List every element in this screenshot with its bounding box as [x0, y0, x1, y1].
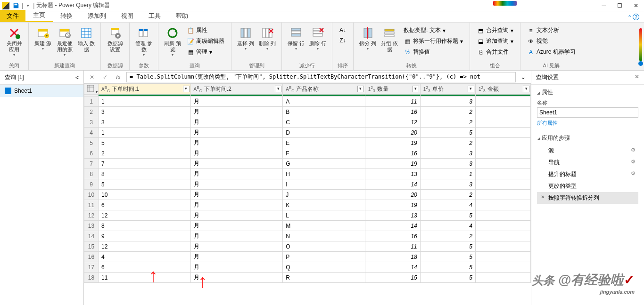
cell[interactable]: 月 [190, 231, 283, 241]
cell[interactable]: 2 [420, 107, 475, 117]
cell[interactable]: 1 [99, 128, 191, 138]
cell[interactable]: 11 [365, 241, 420, 252]
cell[interactable]: 4 [420, 200, 475, 210]
column-filter-button[interactable]: ▾ [413, 86, 419, 92]
cell[interactable]: K [283, 200, 365, 210]
row-header[interactable]: 7 [84, 159, 99, 169]
properties-item[interactable]: 📋属性 [185, 25, 226, 35]
cell[interactable]: 5 [420, 262, 475, 273]
manage-params-button[interactable]: 管理 参数▾ [133, 24, 154, 58]
cell[interactable]: 月 [190, 96, 283, 107]
column-header[interactable]: ABC产品名称▾ [283, 84, 365, 95]
column-header[interactable]: 123金额▾ [475, 84, 530, 95]
headers-item[interactable]: ▦将第一行用作标题 ▾ [402, 36, 465, 46]
recent-sources-button[interactable]: 最近使 用的源▾ [54, 24, 75, 58]
cell[interactable]: 8 [99, 169, 191, 179]
cell[interactable]: E [283, 138, 365, 148]
column-filter-button[interactable]: ▾ [275, 86, 281, 92]
row-header[interactable]: 9 [84, 179, 99, 190]
row-header[interactable]: 11 [84, 200, 99, 210]
minimize-button[interactable]: ─ [602, 2, 606, 9]
merge-queries-item[interactable]: ⬒合并查询 ▾ [475, 25, 515, 35]
step-settings-icon[interactable]: ⚙ [631, 147, 636, 153]
applied-step[interactable]: 提升的标题⚙ [537, 169, 638, 180]
step-settings-icon[interactable]: ⚙ [631, 159, 636, 165]
remove-rows-button[interactable]: 删除 行▾ [307, 24, 328, 52]
cell[interactable] [475, 262, 530, 273]
cell[interactable]: 5 [420, 210, 475, 221]
cell[interactable]: 15 [365, 273, 420, 283]
cancel-formula-button[interactable]: ✕ [87, 72, 97, 82]
cell[interactable]: 14 [365, 179, 420, 190]
cell[interactable]: 16 [365, 231, 420, 241]
cell[interactable] [475, 169, 530, 179]
row-header[interactable]: 15 [84, 241, 99, 252]
cell[interactable]: 3 [99, 107, 191, 117]
cell[interactable] [475, 252, 530, 262]
cell[interactable]: N [283, 231, 365, 241]
ribbon-tab[interactable]: 转换 [53, 10, 80, 22]
fx-icon[interactable]: fx [113, 72, 124, 82]
cell[interactable] [475, 221, 530, 231]
ribbon-tab[interactable]: 视图 [114, 10, 141, 22]
replace-item[interactable]: ½替换值 [402, 47, 465, 57]
cell[interactable]: 16 [365, 107, 420, 117]
close-button[interactable]: ✕ [634, 2, 638, 9]
enter-data-button[interactable]: 输入 数据 [76, 24, 97, 54]
cell[interactable]: 2 [420, 117, 475, 128]
cell[interactable]: F [283, 148, 365, 159]
cell[interactable] [475, 117, 530, 128]
cell[interactable] [475, 231, 530, 241]
cell[interactable]: 14 [365, 221, 420, 231]
row-header[interactable]: 4 [84, 128, 99, 138]
cell[interactable]: 月 [190, 138, 283, 148]
file-tab[interactable]: 文件 [0, 10, 25, 22]
cell[interactable]: 2 [420, 231, 475, 241]
cell[interactable]: 月 [190, 241, 283, 252]
formula-input[interactable] [126, 72, 516, 82]
cell[interactable]: L [283, 210, 365, 221]
cell[interactable]: 1 [420, 169, 475, 179]
cell[interactable]: 3 [420, 159, 475, 169]
cell[interactable]: C [283, 117, 365, 128]
ribbon-tab[interactable]: 工具 [141, 10, 168, 22]
cell[interactable]: 5 [99, 179, 191, 190]
cell[interactable]: 18 [365, 252, 420, 262]
cell[interactable]: B [283, 107, 365, 117]
row-header[interactable]: 14 [84, 231, 99, 241]
cell[interactable]: 12 [99, 210, 191, 221]
row-header[interactable]: 8 [84, 169, 99, 179]
cell[interactable]: O [283, 241, 365, 252]
cell[interactable]: 月 [190, 252, 283, 262]
cell[interactable]: 20 [365, 128, 420, 138]
cell[interactable]: 5 [420, 241, 475, 252]
cell[interactable]: 4 [420, 221, 475, 231]
cell[interactable]: 月 [190, 128, 283, 138]
cell[interactable] [475, 107, 530, 117]
cell[interactable]: D [283, 128, 365, 138]
cell[interactable]: 3 [420, 148, 475, 159]
cell[interactable]: 20 [365, 190, 420, 200]
manage-item[interactable]: ▦管理 ▾ [185, 47, 226, 57]
datatype-item[interactable]: 数据类型: 文本 ▾ [402, 25, 465, 35]
row-header[interactable]: 18 [84, 273, 99, 283]
cell[interactable]: 16 [365, 148, 420, 159]
applied-step[interactable]: 导航⚙ [537, 157, 638, 169]
keep-rows-button[interactable]: 保留 行▾ [286, 24, 306, 52]
ribbon-tab[interactable]: 主页 [25, 9, 53, 22]
column-header[interactable]: 123单价▾ [420, 84, 475, 95]
datasource-settings-button[interactable]: 数据源 设置 [105, 24, 125, 54]
query-item[interactable]: Sheet1 [0, 85, 83, 97]
ribbon-tab[interactable]: 添加列 [80, 10, 114, 22]
merge-files-item[interactable]: ⎘合并文件 [475, 47, 515, 57]
text-analytics-item[interactable]: ≡文本分析 [525, 25, 578, 35]
cell[interactable]: 12 [365, 117, 420, 128]
cell[interactable]: 10 [99, 190, 191, 200]
cell[interactable]: 19 [365, 159, 420, 169]
cell[interactable] [475, 190, 530, 200]
cell[interactable] [475, 148, 530, 159]
ribbon-tab[interactable]: 帮助 [168, 10, 196, 22]
steps-section-title[interactable]: 应用的步骤 [537, 134, 638, 142]
remove-cols-button[interactable]: 删除 列▾ [257, 24, 278, 52]
row-header[interactable]: 12 [84, 210, 99, 221]
